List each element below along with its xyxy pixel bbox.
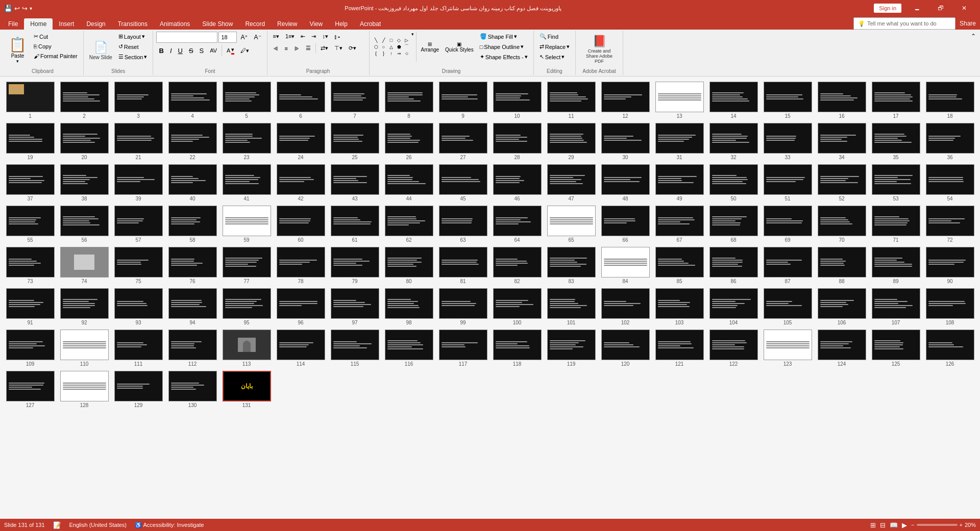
slide-thumb-17[interactable]: 17 — [870, 81, 922, 120]
slide-thumb-81[interactable]: 81 — [437, 246, 489, 285]
copy-button[interactable]: ⎘ Copy — [31, 42, 80, 51]
slide-thumb-78[interactable]: 78 — [275, 246, 327, 285]
replace-button[interactable]: ⇄ Replace ▾ — [537, 42, 572, 52]
shape-cell[interactable]: ⬡ — [373, 44, 380, 50]
shapes-expand-button[interactable]: ▾ — [411, 32, 414, 37]
slide-thumb-39[interactable]: 39 — [112, 163, 164, 203]
zoom-slider[interactable] — [917, 524, 958, 526]
decrease-font-button[interactable]: A⁻ — [252, 32, 264, 42]
font-size-input[interactable] — [218, 32, 237, 43]
slide-thumb-55[interactable]: 55 — [4, 205, 56, 244]
find-button[interactable]: 🔍 Find — [537, 32, 572, 41]
tab-home[interactable]: Home — [24, 18, 53, 30]
shape-cell[interactable]: ╲ — [373, 37, 380, 43]
bold-button[interactable]: B — [156, 45, 166, 56]
tab-record[interactable]: Record — [239, 18, 271, 30]
center-button[interactable]: ≡ — [282, 44, 290, 53]
slide-thumb-85[interactable]: 85 — [653, 246, 705, 285]
slide-thumb-98[interactable]: 98 — [383, 287, 435, 326]
redo-icon[interactable]: ↪ — [22, 5, 28, 12]
slide-thumb-8[interactable]: 8 — [383, 81, 435, 120]
slide-thumb-82[interactable]: 82 — [491, 246, 543, 285]
shadow-button[interactable]: S — [197, 45, 207, 56]
slide-thumb-62[interactable]: 62 — [383, 205, 435, 244]
slide-thumb-60[interactable]: 60 — [275, 205, 327, 244]
slide-thumb-96[interactable]: 96 — [275, 287, 327, 326]
font-name-input[interactable] — [156, 32, 217, 43]
shape-cell[interactable]: ○ — [380, 44, 387, 50]
shape-cell[interactable]: ↑ — [388, 50, 395, 57]
shape-cell[interactable]: ⌒ — [403, 44, 410, 50]
convert-smartart-button[interactable]: ⟳▾ — [346, 43, 359, 53]
slide-thumb-72[interactable]: 72 — [924, 205, 976, 244]
slide-thumb-116[interactable]: 116 — [383, 328, 435, 368]
notes-button[interactable]: 📝 — [53, 521, 61, 529]
slide-thumb-41[interactable]: 41 — [220, 163, 273, 203]
slide-thumb-104[interactable]: 104 — [707, 287, 760, 326]
char-spacing-button[interactable]: AV — [207, 46, 219, 55]
slide-thumb-107[interactable]: 107 — [870, 287, 922, 326]
slide-thumb-26[interactable]: 26 — [383, 122, 435, 161]
underline-button[interactable]: U — [176, 45, 185, 56]
slide-thumb-108[interactable]: 108 — [924, 287, 976, 326]
slide-thumb-43[interactable]: 43 — [329, 163, 381, 203]
shape-cell[interactable]: △ — [388, 44, 395, 50]
slide-thumb-111[interactable]: 111 — [112, 328, 164, 368]
tab-file[interactable]: File — [2, 18, 24, 30]
slide-thumb-19[interactable]: 19 — [4, 122, 56, 161]
quick-styles-button[interactable]: ▣ Quick Styles — [443, 40, 476, 54]
slide-thumb-65[interactable]: 65 — [545, 205, 597, 244]
tell-me-input[interactable]: 💡 Tell me what you want to do — [853, 17, 955, 30]
slide-thumb-57[interactable]: 57 — [112, 205, 164, 244]
slide-thumb-36[interactable]: 36 — [924, 122, 976, 161]
slide-thumb-27[interactable]: 27 — [437, 122, 489, 161]
slide-thumb-35[interactable]: 35 — [870, 122, 922, 161]
numbering-button[interactable]: 1≡▾ — [283, 32, 298, 41]
slide-thumb-124[interactable]: 124 — [816, 328, 868, 368]
accessibility-indicator[interactable]: ♿ Accessibility: Investigate — [135, 522, 204, 528]
tab-animations[interactable]: Animations — [154, 18, 196, 30]
slide-thumb-115[interactable]: 115 — [329, 328, 381, 368]
slide-thumb-74[interactable]: 74 — [58, 246, 110, 285]
tab-help[interactable]: Help — [329, 18, 354, 30]
reset-button[interactable]: ↺ Reset — [116, 42, 150, 52]
ribbon-collapse-button[interactable]: ⌃ — [969, 31, 978, 75]
slide-thumb-120[interactable]: 120 — [599, 328, 651, 368]
slide-thumb-52[interactable]: 52 — [816, 163, 868, 203]
increase-font-button[interactable]: A⁺ — [238, 32, 250, 42]
slide-thumb-2[interactable]: 2 — [58, 81, 110, 120]
slide-thumb-68[interactable]: 68 — [707, 205, 760, 244]
slide-thumb-66[interactable]: 66 — [599, 205, 651, 244]
minimize-button[interactable]: 🗕 — [905, 0, 929, 16]
slide-thumb-37[interactable]: 37 — [4, 163, 56, 203]
paste-button[interactable]: 📋 Paste ▾ — [5, 34, 30, 66]
slide-thumb-58[interactable]: 58 — [166, 205, 218, 244]
slide-thumb-12[interactable]: 12 — [599, 81, 651, 120]
slide-thumb-97[interactable]: 97 — [329, 287, 381, 326]
window-controls[interactable]: 🗕 🗗 ✕ — [905, 0, 976, 16]
tab-acrobat[interactable]: Acrobat — [354, 18, 387, 30]
tab-insert[interactable]: Insert — [53, 18, 80, 30]
slide-thumb-94[interactable]: 94 — [166, 287, 218, 326]
increase-indent-button[interactable]: ⇥ — [309, 32, 318, 41]
restore-button[interactable]: 🗗 — [929, 0, 952, 16]
slide-thumb-21[interactable]: 21 — [112, 122, 164, 161]
slide-thumb-125[interactable]: 125 — [870, 328, 922, 368]
shape-effects-button[interactable]: ✦ Shape Effects - ▾ — [477, 52, 530, 62]
slide-thumb-5[interactable]: 5 — [220, 81, 273, 120]
slide-thumb-29[interactable]: 29 — [545, 122, 597, 161]
tab-review[interactable]: Review — [271, 18, 303, 30]
tab-design[interactable]: Design — [80, 18, 111, 30]
slide-thumb-30[interactable]: 30 — [599, 122, 651, 161]
text-direction-button[interactable]: ⇄▾ — [318, 43, 331, 53]
undo-icon[interactable]: ↩ — [14, 5, 20, 12]
slide-thumb-80[interactable]: 80 — [383, 246, 435, 285]
format-painter-button[interactable]: 🖌 Format Painter — [31, 52, 80, 61]
slide-thumb-20[interactable]: 20 — [58, 122, 110, 161]
shape-cell[interactable]: ▷ — [403, 37, 410, 43]
slide-thumb-71[interactable]: 71 — [870, 205, 922, 244]
justify-button[interactable]: ☰ — [303, 43, 313, 53]
slide-thumb-86[interactable]: 86 — [707, 246, 760, 285]
slide-thumb-113[interactable]: 113 — [220, 328, 273, 368]
slide-thumb-33[interactable]: 33 — [762, 122, 814, 161]
